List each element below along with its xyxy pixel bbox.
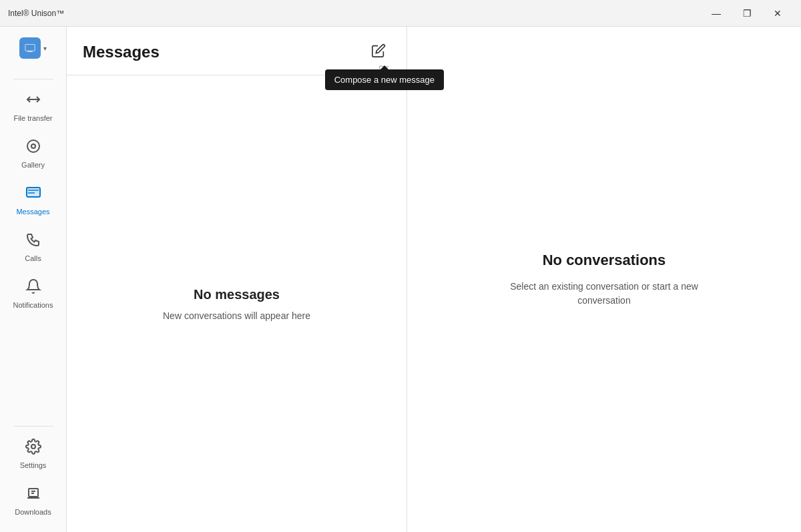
- sidebar-item-calls[interactable]: Calls: [3, 225, 63, 269]
- device-icon: [19, 37, 41, 59]
- sidebar-item-label-calls: Calls: [25, 254, 41, 262]
- svg-point-3: [27, 140, 39, 152]
- svg-rect-1: [27, 51, 33, 53]
- svg-rect-2: [25, 45, 35, 51]
- messages-header: Messages ☞ Compose a new message: [67, 27, 407, 75]
- messages-empty-title: No messages: [194, 287, 280, 302]
- minimize-button[interactable]: —: [701, 3, 732, 24]
- sidebar-item-label-notifications: Notifications: [13, 301, 53, 309]
- file-transfer-icon: [25, 91, 41, 111]
- sidebar-item-file-transfer[interactable]: File transfer: [3, 85, 63, 129]
- sidebar-item-settings[interactable]: Settings: [3, 432, 63, 476]
- sidebar-item-notifications[interactable]: Notifications: [3, 272, 63, 316]
- cursor-icon: ☞: [378, 61, 389, 76]
- sidebar-item-label-gallery: Gallery: [21, 161, 45, 169]
- sidebar-divider-bottom: [13, 426, 53, 427]
- messages-icon: [25, 185, 41, 205]
- compose-icon: [371, 43, 386, 61]
- conversation-empty-subtitle: Select an existing conversation or start…: [484, 280, 724, 308]
- sidebar-item-label-messages: Messages: [16, 208, 49, 216]
- messages-title: Messages: [83, 43, 160, 61]
- settings-icon: [25, 439, 41, 459]
- sidebar-item-messages[interactable]: Messages: [3, 178, 63, 222]
- sidebar-item-label-file-transfer: File transfer: [13, 114, 52, 122]
- content-area: Messages ☞ Compose a new message: [67, 27, 801, 532]
- notifications-icon: [25, 278, 41, 298]
- sidebar-divider-top: [13, 79, 53, 79]
- compose-wrapper: ☞ Compose a new message: [366, 40, 390, 64]
- sidebar-item-label-downloads: Downloads: [15, 508, 51, 516]
- svg-point-6: [31, 445, 35, 449]
- app-title: Intel® Unison™: [8, 9, 64, 18]
- main-layout: ▾ File transfer Gallery: [0, 27, 801, 532]
- messages-panel: Messages ☞ Compose a new message: [67, 27, 407, 532]
- messages-empty-subtitle: New conversations will appear here: [163, 310, 310, 321]
- svg-point-4: [31, 144, 35, 148]
- conversation-panel: No conversations Select an existing conv…: [407, 27, 801, 532]
- sidebar-item-downloads[interactable]: Downloads: [3, 479, 63, 523]
- conversation-empty-title: No conversations: [543, 252, 666, 269]
- sidebar-item-gallery[interactable]: Gallery: [3, 131, 63, 176]
- sidebar-bottom: Settings Downloads: [0, 421, 66, 532]
- gallery-icon: [25, 138, 41, 158]
- sidebar: ▾ File transfer Gallery: [0, 27, 67, 532]
- downloads-icon: [25, 485, 41, 505]
- device-chevron-icon: ▾: [43, 45, 47, 52]
- titlebar: Intel® Unison™ — ❐ ✕: [0, 0, 801, 27]
- calls-icon: [25, 232, 41, 252]
- device-selector[interactable]: ▾: [14, 33, 52, 63]
- window-controls: — ❐ ✕: [701, 3, 793, 24]
- sidebar-item-label-settings: Settings: [20, 461, 47, 469]
- close-button[interactable]: ✕: [762, 3, 793, 24]
- compose-button[interactable]: ☞: [366, 40, 390, 64]
- messages-empty-state: No messages New conversations will appea…: [67, 75, 407, 532]
- maximize-button[interactable]: ❐: [732, 3, 762, 24]
